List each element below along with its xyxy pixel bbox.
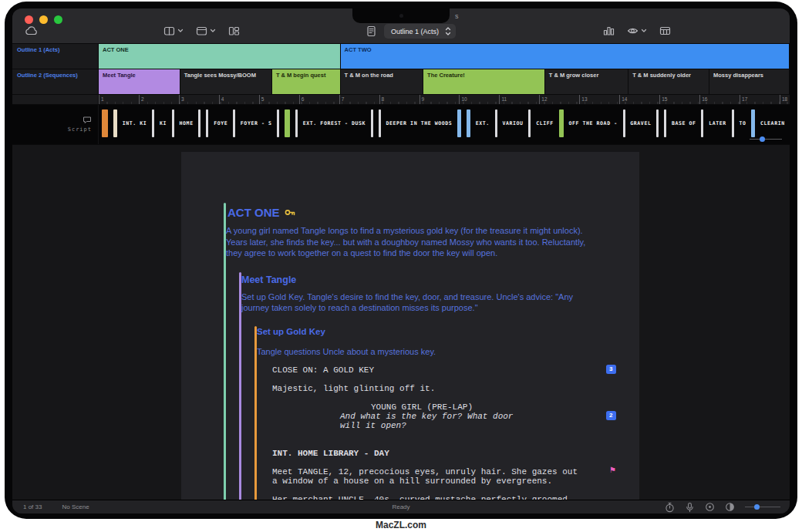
scene-color-bar[interactable] bbox=[495, 109, 497, 137]
script-page-button[interactable] bbox=[366, 25, 377, 37]
scene-color-bar[interactable] bbox=[559, 109, 564, 137]
scene-strip-label[interactable]: KI bbox=[160, 120, 167, 126]
zoom-slider-knob[interactable] bbox=[760, 136, 765, 142]
scene-strip-label[interactable]: CLIFF bbox=[536, 120, 554, 126]
scene-indicator: No Scene bbox=[62, 503, 89, 510]
timeline-block[interactable]: Mossy disappears bbox=[709, 69, 790, 94]
script-element-action[interactable]: Meet TANGLE, 12, precocious eyes, unruly… bbox=[272, 467, 585, 486]
act-synopsis[interactable]: A young girl named Tangle longs to find … bbox=[226, 225, 593, 259]
scene-strip-label[interactable]: BASE OF bbox=[672, 120, 696, 126]
scene-color-bar[interactable] bbox=[467, 109, 470, 137]
timeline-block[interactable]: T & M begin quest bbox=[272, 69, 341, 94]
script-element-shot[interactable]: CLOSE ON: A GOLD KEY3 bbox=[272, 365, 585, 375]
timer-icon[interactable] bbox=[665, 502, 675, 513]
timeline-block[interactable]: T & M suddenly older bbox=[628, 69, 709, 94]
scene-color-bar[interactable] bbox=[295, 109, 298, 137]
split-view-button[interactable] bbox=[163, 25, 184, 36]
timeline-block[interactable]: Meet Tangle bbox=[99, 69, 180, 94]
script-element-character[interactable]: YOUNG GIRL (PRE-LAP) bbox=[272, 402, 585, 412]
timeline-block[interactable]: ACT TWO bbox=[341, 44, 790, 69]
scene-color-bar[interactable] bbox=[277, 109, 279, 137]
act-heading[interactable]: ACT ONE bbox=[227, 206, 639, 219]
scene-color-bar[interactable] bbox=[751, 109, 755, 137]
comment-icon[interactable] bbox=[83, 116, 92, 124]
page-ruler: 123456789101112131415161718 bbox=[12, 95, 790, 105]
scene-strip-label[interactable]: EXT. FOREST - DUSK bbox=[303, 120, 366, 126]
document-page[interactable]: ACT ONE A young girl named Tangle longs … bbox=[181, 152, 639, 500]
sequence-synopsis[interactable]: Set up Gold Key. Tangle's desire to find… bbox=[241, 291, 587, 314]
window-view-button[interactable] bbox=[196, 25, 216, 36]
scene-group-heading[interactable]: Set up Gold Key bbox=[257, 327, 639, 336]
scene-strip-label[interactable]: LATER bbox=[709, 120, 726, 126]
script-element-dialogue[interactable]: And what is the key for? What doorwill i… bbox=[272, 412, 585, 430]
scene-color-bar[interactable] bbox=[113, 109, 117, 137]
scene-strip-label[interactable]: FOYE bbox=[214, 120, 227, 126]
fullscreen-button[interactable] bbox=[54, 15, 62, 24]
act-heading-text: ACT ONE bbox=[227, 206, 280, 219]
scene-color-bar[interactable] bbox=[623, 109, 625, 137]
scene-strip-label[interactable]: EXT. bbox=[476, 120, 490, 126]
scene-strip-label[interactable]: VARIOU bbox=[503, 120, 524, 126]
script-element-scene[interactable]: INT. HOME LIBRARY - DAY bbox=[272, 449, 585, 458]
scene-strip-label[interactable]: TO bbox=[739, 120, 746, 126]
mic-icon[interactable] bbox=[685, 502, 695, 513]
scene-color-bar[interactable] bbox=[152, 109, 154, 137]
comment-count-badge[interactable]: 3 bbox=[606, 365, 616, 374]
timeline-zoom-slider[interactable] bbox=[750, 136, 782, 142]
scene-color-bar[interactable] bbox=[732, 109, 734, 137]
scene-strip-label[interactable]: INT. KI bbox=[123, 120, 147, 126]
ruler-spacer bbox=[12, 95, 99, 104]
timeline-block[interactable]: ACT ONE bbox=[99, 44, 341, 69]
cloud-sync-icon[interactable] bbox=[25, 25, 38, 36]
scene-strip-label[interactable]: HOME bbox=[180, 120, 194, 126]
script-element-action[interactable]: Majestic, light glinting off it. bbox=[272, 384, 585, 393]
scene-color-bar[interactable] bbox=[198, 109, 200, 137]
view-buttons bbox=[163, 25, 240, 36]
scene-strip-label[interactable]: OFF THE ROAD - bbox=[568, 120, 617, 126]
timeline-block[interactable]: T & M on the road bbox=[341, 69, 424, 94]
editor-area[interactable]: ACT ONE A young girl named Tangle longs … bbox=[12, 145, 790, 500]
script-body[interactable]: CLOSE ON: A GOLD KEY3Majestic, light gli… bbox=[272, 365, 585, 500]
scene-strip-label[interactable]: DEEPER IN THE WOODS bbox=[386, 120, 453, 126]
ruler-page-number: 8 bbox=[379, 95, 385, 104]
timeline-block[interactable]: Tangle sees Mossy/BOOM bbox=[180, 69, 272, 94]
scene-color-bar[interactable] bbox=[379, 109, 381, 137]
timeline-block[interactable]: The Creature! bbox=[423, 69, 545, 94]
scene-color-bar[interactable] bbox=[656, 109, 659, 137]
brightness-slider-knob[interactable] bbox=[754, 504, 760, 510]
close-button[interactable] bbox=[25, 15, 33, 24]
scene-color-bar[interactable] bbox=[233, 109, 235, 137]
scene-strip-label[interactable]: GRAVEL bbox=[630, 120, 651, 126]
bookmark-flag-icon[interactable]: ⚑ bbox=[609, 466, 616, 474]
stats-chart-button[interactable] bbox=[603, 25, 615, 36]
timeline-block[interactable]: T & M grow closer bbox=[545, 69, 628, 94]
outline2-row-label[interactable]: Outline 2 (Sequences) bbox=[12, 69, 99, 94]
comment-count-badge[interactable]: 2 bbox=[606, 411, 616, 420]
outline-selector[interactable]: Outline 1 (Acts) bbox=[384, 24, 456, 39]
focus-icon[interactable] bbox=[705, 502, 715, 512]
app-window: s bbox=[12, 8, 790, 513]
scene-color-bar[interactable] bbox=[371, 109, 373, 137]
board-view-button[interactable] bbox=[228, 25, 240, 36]
scene-strip-label[interactable]: FOYER - S bbox=[241, 120, 272, 126]
scene-group-synopsis[interactable]: Tangle questions Uncle about a mysteriou… bbox=[257, 347, 639, 356]
ruler-track[interactable]: 123456789101112131415161718 bbox=[99, 95, 790, 104]
scene-color-bar[interactable] bbox=[285, 109, 290, 137]
scene-color-bar[interactable] bbox=[206, 109, 208, 137]
scene-strip-label[interactable]: CLEARIN bbox=[760, 120, 785, 126]
ruler-page-number: 11 bbox=[499, 95, 507, 104]
brightness-slider[interactable] bbox=[745, 504, 780, 510]
sequence-heading[interactable]: Meet Tangle bbox=[241, 274, 639, 285]
scene-color-bar[interactable] bbox=[664, 109, 666, 137]
ruler-page-number: 13 bbox=[579, 95, 587, 104]
view-options-button[interactable] bbox=[627, 26, 647, 35]
scene-color-bar[interactable] bbox=[701, 109, 703, 137]
scene-color-bar[interactable] bbox=[457, 109, 461, 137]
table-view-button[interactable] bbox=[659, 25, 671, 36]
minimize-button[interactable] bbox=[39, 15, 48, 24]
scene-color-bar[interactable] bbox=[528, 109, 531, 137]
scene-color-bar[interactable] bbox=[172, 109, 174, 137]
outline1-row-label[interactable]: Outline 1 (Acts) bbox=[12, 44, 99, 69]
appearance-moon-icon[interactable] bbox=[725, 502, 735, 512]
scene-color-bar[interactable] bbox=[102, 109, 108, 137]
